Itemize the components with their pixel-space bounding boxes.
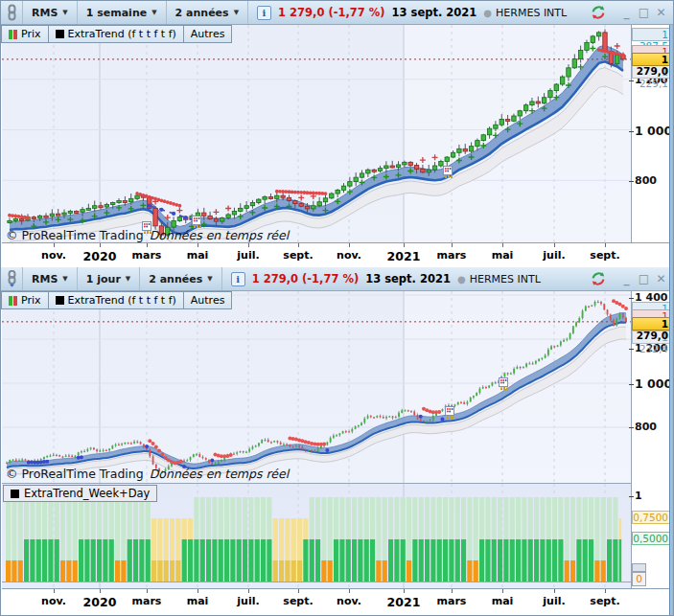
x-axis-label: mars — [427, 249, 476, 262]
x-axis-tick — [605, 243, 606, 247]
x-axis-tick — [248, 243, 249, 247]
x-axis-label: juil. — [529, 249, 579, 262]
vertical-scrollbar[interactable] — [669, 25, 674, 616]
axis-tick-1000: 1 000 — [635, 124, 672, 138]
maximize-button[interactable]: □ — [638, 272, 650, 285]
x-axis-label: 2021 — [379, 249, 429, 263]
x-axis-label: sept. — [580, 249, 630, 262]
x-axis-tick — [452, 243, 453, 247]
x-axis-label: nov. — [29, 595, 79, 607]
candles-icon — [9, 30, 17, 39]
x-axis-tick — [502, 589, 503, 593]
black-square-icon — [56, 296, 64, 305]
weekly-chart-tabs: Prix ExtraTrend (f t t f t f) Autres — [2, 25, 232, 43]
black-square-icon — [56, 30, 64, 38]
x-axis-label: 2020 — [75, 595, 125, 609]
x-axis-label: mai — [173, 249, 222, 262]
x-axis-label: mai — [477, 595, 527, 607]
daily-time-axis[interactable]: nov.2020marsmaijuil.sept.nov.2021marsmai… — [2, 588, 669, 616]
chevron-down-icon: ▼ — [62, 9, 67, 16]
indicator-tick-05: 0,5000 — [632, 532, 671, 545]
x-axis-label: juil. — [223, 249, 273, 262]
chevron-down-icon: ▼ — [234, 9, 239, 16]
x-axis-label: sept. — [580, 595, 630, 607]
instrument-symbol: RMS — [32, 273, 58, 285]
calendar-event-icon[interactable] — [443, 164, 455, 176]
daily-chart-tabs: Prix ExtraTrend (f t t f t f) Autres — [2, 291, 232, 309]
x-axis-tick — [248, 589, 249, 593]
copyright-brand: © ProRealTime Trading — [6, 228, 144, 242]
realtime-note: Données en temps réel — [150, 228, 289, 242]
last-price-change: 1 279,0 (-1,77 %) — [278, 6, 385, 19]
close-button[interactable]: ✕ — [655, 6, 667, 19]
timeframe-dropdown[interactable]: 1 jour▼ — [78, 267, 140, 290]
range-label: 2 années — [175, 7, 229, 19]
weekly-chart-canvas[interactable] — [2, 25, 631, 242]
x-axis-tick — [54, 243, 55, 247]
copyright-brand: © ProRealTime Trading — [6, 467, 144, 481]
tab-prix[interactable]: Prix — [1, 25, 49, 43]
last-price-change: 1 279,0 (-1,77 %) — [252, 272, 360, 285]
weekly-time-axis[interactable]: nov.2020marsmaijuil.sept.nov.2021marsmai… — [2, 242, 669, 268]
refresh-icon[interactable] — [591, 5, 606, 20]
x-axis-label: nov. — [29, 249, 79, 262]
indicator-tick-075: 0,7500 — [632, 511, 671, 524]
close-button[interactable]: ✕ — [655, 272, 667, 285]
chevron-down-icon: ▼ — [62, 275, 67, 283]
x-axis-tick — [502, 243, 503, 247]
tab-autres[interactable]: Autres — [183, 291, 233, 309]
link-windows-icon[interactable] — [1, 1, 23, 24]
x-axis-tick — [54, 589, 55, 593]
x-axis-label: juil. — [223, 595, 273, 607]
tab-autres[interactable]: Autres — [183, 25, 233, 43]
last-price-label: 1 279,0 — [632, 317, 671, 331]
quote-date: 13 sept. 2021 — [392, 6, 477, 19]
range-dropdown[interactable]: 2 années▼ — [167, 1, 248, 24]
x-axis-label: sept. — [273, 595, 323, 607]
axis-tick-1000: 1 000 — [635, 376, 672, 391]
x-axis-tick — [298, 589, 299, 593]
x-axis-label: 2021 — [379, 595, 429, 609]
calendar-event-icon[interactable] — [499, 376, 511, 388]
maximize-button[interactable]: □ — [638, 6, 650, 19]
tab-prix[interactable]: Prix — [1, 291, 49, 309]
timeframe-label: 1 semaine — [86, 7, 147, 19]
instrument-dropdown[interactable]: RMS▼ — [23, 267, 78, 290]
x-axis-label: juil. — [529, 595, 579, 607]
tab-autres-label: Autres — [191, 294, 225, 307]
timeframe-dropdown[interactable]: 1 semaine▼ — [78, 1, 167, 24]
calendar-event-icon[interactable] — [445, 404, 457, 417]
x-axis-tick — [452, 589, 453, 593]
minimize-button[interactable]: _ — [620, 272, 633, 285]
x-axis-label: mai — [173, 595, 222, 607]
x-axis-tick — [147, 243, 148, 247]
link-windows-icon[interactable] — [1, 267, 23, 290]
tab-extratrend[interactable]: ExtraTrend (f t t f t f) — [48, 291, 184, 309]
info-icon[interactable]: i — [231, 272, 245, 286]
x-axis-label: nov. — [324, 595, 374, 607]
minimize-button[interactable]: _ — [620, 6, 633, 19]
instrument-dropdown[interactable]: RMS▼ — [23, 1, 78, 24]
x-axis-tick — [147, 589, 148, 593]
tab-extratrend[interactable]: ExtraTrend (f t t f t f) — [48, 25, 184, 43]
black-square-icon — [11, 490, 19, 498]
daily-chart-canvas[interactable] — [2, 291, 631, 483]
x-axis-tick — [100, 243, 101, 247]
info-icon[interactable]: i — [257, 6, 271, 20]
tab-extratrend-label: ExtraTrend (f t t f t f) — [68, 294, 176, 307]
indicator-name: ExtraTrend_Week+Day — [24, 487, 150, 500]
indicator-legend[interactable]: ExtraTrend_Week+Day — [3, 485, 157, 502]
x-axis-label: nov. — [324, 249, 374, 262]
realtime-note: Données en temps réel — [150, 467, 289, 481]
x-axis-tick — [349, 589, 350, 593]
chevron-down-icon: ▼ — [151, 9, 156, 16]
indicator-tick-0: 0 — [632, 572, 646, 586]
candles-icon — [9, 296, 17, 306]
calendar-event-icon[interactable] — [192, 214, 204, 226]
x-axis-tick — [198, 589, 198, 593]
refresh-icon[interactable] — [591, 271, 606, 286]
mini-scroll-box[interactable] — [632, 563, 646, 572]
range-dropdown[interactable]: 2 années▼ — [140, 267, 221, 290]
tab-prix-label: Prix — [21, 28, 41, 40]
last-price-label: 1 279,0 — [632, 53, 671, 66]
